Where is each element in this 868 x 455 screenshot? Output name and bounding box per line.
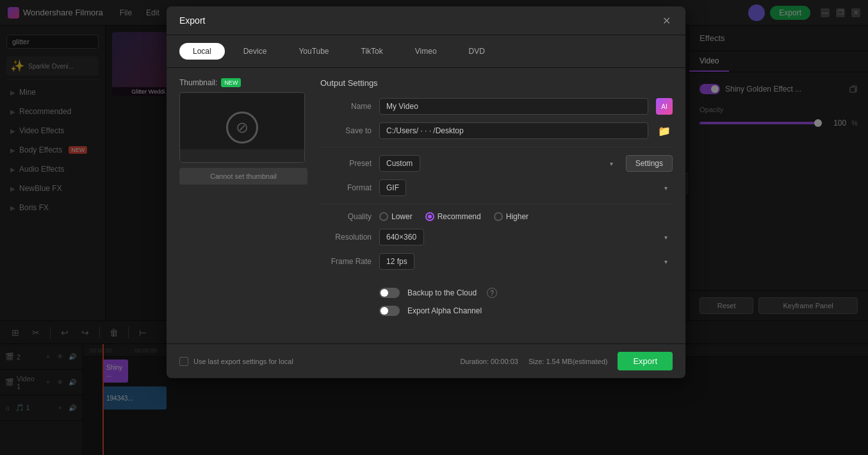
tab-tiktok[interactable]: TikTok <box>348 43 397 60</box>
ai-icon[interactable]: AI <box>656 98 673 115</box>
modal-footer-left: Use last export settings for local <box>179 357 293 366</box>
frame-rate-row: Frame Rate 12 fps <box>320 253 673 270</box>
radio-recommend <box>425 212 434 221</box>
use-last-settings-checkbox[interactable] <box>179 357 188 366</box>
resolution-select-wrapper: 640×360 <box>379 229 673 245</box>
quality-row: Quality Lower Recommend Higher <box>320 212 673 221</box>
size-info: Size: 1.54 MB(estimated) <box>528 358 608 365</box>
backup-toggle[interactable] <box>379 288 400 298</box>
modal-title: Export <box>179 15 205 26</box>
frame-rate-select-wrapper: 12 fps <box>379 253 673 270</box>
settings-button[interactable]: Settings <box>626 155 673 172</box>
thumbnail-label: Thumbnail: NEW <box>179 78 307 87</box>
radio-lower <box>379 212 388 221</box>
modal-body: Thumbnail: NEW ⊘ Cannot set thumbnail Ou… <box>167 68 685 343</box>
folder-icon-button[interactable]: 📁 <box>656 122 673 139</box>
output-settings: Output Settings Name AI Save to 📁 Preset… <box>320 78 673 333</box>
backup-label: Backup to the Cloud <box>407 288 477 297</box>
name-label: Name <box>320 102 372 111</box>
quality-higher[interactable]: Higher <box>494 212 528 221</box>
preset-row: Preset Custom Settings <box>320 155 673 172</box>
frame-rate-select[interactable]: 12 fps <box>379 253 414 270</box>
preset-select[interactable]: Custom <box>379 155 420 172</box>
output-title: Output Settings <box>320 78 673 88</box>
cannot-set-thumbnail-button[interactable]: Cannot set thumbnail <box>179 168 307 185</box>
name-row: Name AI <box>320 98 673 115</box>
resolution-row: Resolution 640×360 <box>320 229 673 245</box>
quality-options: Lower Recommend Higher <box>379 212 528 221</box>
help-icon[interactable]: ? <box>487 288 497 298</box>
modal-footer: Use last export settings for local Durat… <box>167 343 685 378</box>
tab-dvd[interactable]: DVD <box>455 43 498 60</box>
quality-lower[interactable]: Lower <box>379 212 413 221</box>
quality-label: Quality <box>320 212 372 221</box>
save-to-input[interactable] <box>379 122 648 139</box>
format-select-wrapper: GIF <box>379 179 673 196</box>
thumbnail-box: ⊘ <box>179 92 305 163</box>
save-to-row: Save to 📁 <box>320 122 673 139</box>
preset-select-wrapper: Custom <box>379 155 618 172</box>
radio-higher <box>494 212 503 221</box>
thumbnail-placeholder-icon: ⊘ <box>226 112 258 144</box>
thumbnail-bottom-strip <box>180 149 304 162</box>
tab-device[interactable]: Device <box>230 43 281 60</box>
resolution-select[interactable]: 640×360 <box>379 229 424 245</box>
format-row: Format GIF <box>320 179 673 196</box>
preset-label: Preset <box>320 159 372 168</box>
tab-local[interactable]: Local <box>179 43 225 60</box>
export-alpha-toggle[interactable] <box>379 306 400 316</box>
thumbnail-section: Thumbnail: NEW ⊘ Cannot set thumbnail <box>179 78 307 333</box>
settings-divider-1 <box>320 147 673 147</box>
resolution-label: Resolution <box>320 233 372 242</box>
use-last-settings-label: Use last export settings for local <box>193 358 293 365</box>
quality-recommend[interactable]: Recommend <box>425 212 481 221</box>
format-select[interactable]: GIF <box>379 179 406 196</box>
tab-youtube[interactable]: YouTube <box>285 43 342 60</box>
name-input[interactable] <box>379 98 648 115</box>
export-alpha-toggle-row: Export Alpha Channel <box>320 306 673 316</box>
format-label: Format <box>320 183 372 192</box>
backup-toggle-row: Backup to the Cloud ? <box>320 288 673 298</box>
modal-close-button[interactable]: ✕ <box>660 14 673 27</box>
export-modal: Export ✕ Local Device YouTube TikTok Vim… <box>167 6 685 378</box>
modal-header: Export ✕ <box>167 6 685 35</box>
save-to-label: Save to <box>320 126 372 135</box>
export-alpha-label: Export Alpha Channel <box>407 306 482 315</box>
tab-vimeo[interactable]: Vimeo <box>402 43 450 60</box>
radio-inner <box>428 215 432 219</box>
export-main-button[interactable]: Export <box>618 352 673 370</box>
settings-divider-2 <box>320 204 673 204</box>
duration-info: Duration: 00:00:03 <box>460 358 518 365</box>
thumbnail-new-badge: NEW <box>221 78 241 87</box>
modal-tabs: Local Device YouTube TikTok Vimeo DVD <box>167 35 685 68</box>
frame-rate-label: Frame Rate <box>320 257 372 266</box>
